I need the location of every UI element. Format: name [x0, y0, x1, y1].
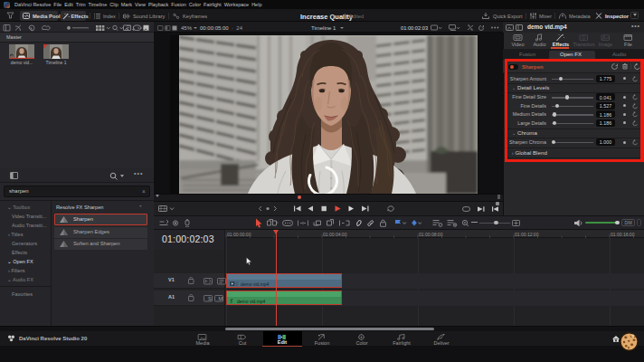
- svg-text:M: M: [219, 296, 223, 301]
- svg-text:♪: ♪: [11, 54, 13, 58]
- svg-text:S: S: [208, 296, 212, 301]
